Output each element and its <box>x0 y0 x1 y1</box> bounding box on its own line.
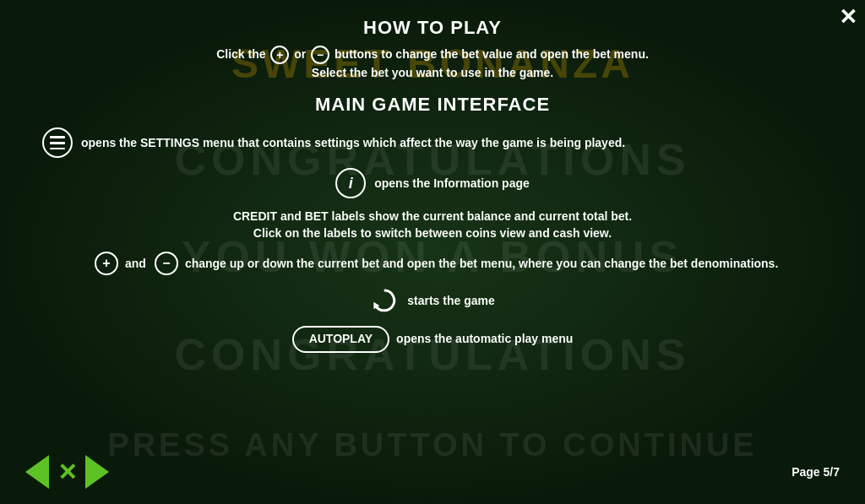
line1-suffix: buttons to change the bet value and open… <box>335 47 649 61</box>
spin-icon <box>370 285 400 316</box>
credit-bet-item: CREDIT and BET labels show the current b… <box>42 209 823 241</box>
hamburger-line-1 <box>50 136 65 138</box>
close-button[interactable]: ✕ <box>831 0 865 34</box>
nav-arrows: ✕ <box>25 455 109 489</box>
main-game-title: MAIN GAME INTERFACE <box>42 94 823 116</box>
modal-container: HOW TO PLAY Click the + or − buttons to … <box>17 8 848 496</box>
page-indicator: Page 5/7 <box>792 465 840 479</box>
next-arrow-icon <box>85 455 109 489</box>
main-game-section: MAIN GAME INTERFACE opens the SETTINGS m… <box>17 94 848 496</box>
plus-icon-inline: + <box>270 46 289 64</box>
autoplay-item: AUTOPLAY opens the automatic play menu <box>42 326 823 353</box>
info-desc: opens the Information page <box>374 176 530 192</box>
credit-bet-desc: CREDIT and BET labels show the current b… <box>233 209 632 240</box>
line1-prefix: Click the <box>216 47 265 61</box>
how-to-play-line1: Click the + or − buttons to change the b… <box>68 46 797 64</box>
minus-icon-inline: − <box>311 46 329 64</box>
plus-minus-item: + and − change up or down the current be… <box>42 252 823 275</box>
spin-desc: starts the game <box>407 293 494 310</box>
hamburger-icon <box>42 127 73 158</box>
how-to-play-section: HOW TO PLAY Click the + or − buttons to … <box>17 8 848 82</box>
autoplay-button[interactable]: AUTOPLAY <box>292 326 389 353</box>
bottom-navigation: ✕ Page 5/7 <box>17 448 848 496</box>
info-item: i opens the Information page <box>42 168 823 198</box>
plus-minus-desc: change up or down the current bet and op… <box>185 256 778 273</box>
how-to-play-line2: Select the bet you want to use in the ga… <box>68 64 797 82</box>
settings-item: opens the SETTINGS menu that contains se… <box>42 127 823 158</box>
plus-circle-icon: + <box>95 252 118 275</box>
and-text: and <box>125 256 146 273</box>
settings-desc: opens the SETTINGS menu that contains se… <box>81 135 625 152</box>
prev-arrow-icon <box>25 455 49 489</box>
nav-x-button[interactable]: ✕ <box>52 458 82 486</box>
prev-button[interactable] <box>25 455 49 489</box>
autoplay-desc: opens the automatic play menu <box>396 331 573 348</box>
line1-or: or <box>294 47 309 61</box>
spin-item: starts the game <box>42 285 823 316</box>
next-button[interactable] <box>85 455 109 489</box>
hamburger-line-2 <box>50 142 65 144</box>
hamburger-line-3 <box>50 148 65 150</box>
info-icon: i <box>335 168 366 198</box>
minus-circle-icon: − <box>155 252 178 275</box>
how-to-play-title: HOW TO PLAY <box>68 17 797 39</box>
